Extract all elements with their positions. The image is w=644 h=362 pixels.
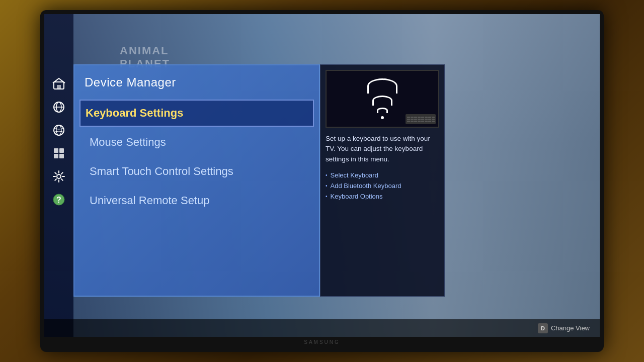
sidebar-icon-network[interactable] <box>49 98 68 117</box>
tv-frame: ANIMALPLANET <box>40 10 604 352</box>
sidebar-icon-help[interactable]: ? <box>49 190 68 209</box>
wifi-icon <box>367 78 397 119</box>
svg-point-5 <box>54 125 64 135</box>
svg-point-11 <box>57 174 61 178</box>
sidebar-icon-globe[interactable] <box>49 121 68 140</box>
change-view-button[interactable]: D Change View <box>538 323 590 333</box>
wifi-arc-medium <box>372 96 392 106</box>
sidebar: ? <box>44 14 73 337</box>
bullet-dot-3: • <box>326 194 328 199</box>
bottom-bar: D Change View <box>44 319 600 337</box>
svg-text:?: ? <box>56 196 61 204</box>
menu-title: Device Manager <box>74 75 319 100</box>
keyboard-keys <box>407 117 435 122</box>
sidebar-icon-apps[interactable] <box>49 144 68 163</box>
svg-rect-7 <box>54 148 58 153</box>
keyboard-image <box>406 114 436 124</box>
svg-rect-9 <box>54 154 58 158</box>
menu-item-smart-touch-control[interactable]: Smart Touch Control Settings <box>79 158 314 185</box>
menu-item-keyboard-settings[interactable]: Keyboard Settings <box>79 100 314 127</box>
wifi-arc-large <box>367 78 397 94</box>
info-panel: Set up a keyboard to use with your TV. Y… <box>320 64 445 297</box>
info-description: Set up a keyboard to use with your TV. Y… <box>326 134 439 164</box>
svg-rect-1 <box>57 85 61 89</box>
sidebar-icon-smarthub[interactable] <box>49 74 68 94</box>
svg-point-6 <box>56 125 61 135</box>
menu-item-mouse-settings[interactable]: Mouse Settings <box>79 129 314 156</box>
samsung-brand-logo: SAMSUNG <box>304 339 340 345</box>
bullet-dot-1: • <box>326 172 328 178</box>
sidebar-icon-settings[interactable] <box>49 167 68 186</box>
change-view-label: Change View <box>551 324 590 332</box>
info-bullet-add-bluetooth: • Add Bluetooth Keyboard <box>326 182 439 190</box>
menu-item-universal-remote[interactable]: Universal Remote Setup <box>79 187 314 214</box>
info-bullet-select-keyboard: • Select Keyboard <box>326 171 439 179</box>
wifi-arc-small <box>377 108 388 113</box>
bullet-dot-2: • <box>326 183 328 189</box>
d-button-icon: D <box>538 323 548 333</box>
info-preview-image <box>326 70 439 128</box>
svg-rect-10 <box>59 154 64 158</box>
tv-screen: ANIMALPLANET <box>44 14 600 337</box>
wifi-dot <box>381 116 384 119</box>
info-bullet-keyboard-options: • Keyboard Options <box>326 193 439 200</box>
svg-rect-8 <box>59 148 64 153</box>
menu-panel: Device Manager Keyboard Settings Mouse S… <box>73 64 320 297</box>
